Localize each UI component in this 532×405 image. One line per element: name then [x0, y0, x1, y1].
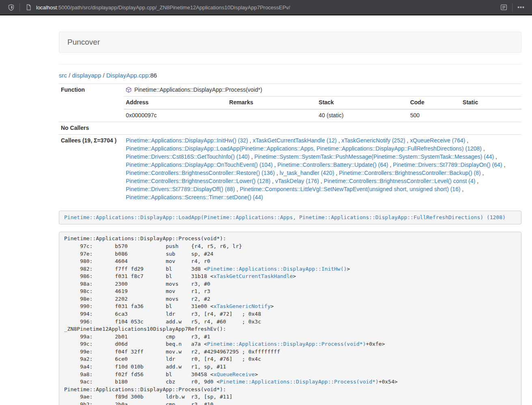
- callee-link[interactable]: Pinetime::Controllers::BrightnessControl…: [126, 178, 270, 184]
- page-icon[interactable]: [23, 2, 34, 13]
- callee-link[interactable]: Pinetime::Drivers::St7789::DisplayOn() (…: [393, 162, 502, 168]
- detail-column-header: Address: [124, 96, 227, 109]
- breadcrumb-separator: /: [101, 72, 106, 79]
- callee-link[interactable]: xTaskGenericNotify (252): [341, 137, 405, 144]
- callee-link[interactable]: Pinetime::Applications::Screens::Timer::…: [126, 194, 263, 200]
- breadcrumb-link[interactable]: src: [59, 72, 67, 79]
- detail-column-header: Remarks: [227, 96, 317, 109]
- assembly-symbol-link[interactable]: Pinetime::Applications::DisplayApp::Proc…: [220, 379, 379, 385]
- detail-value-code: 500: [408, 109, 461, 122]
- function-detail-table: AddressRemarksStackCodeStatic 0x0000097c…: [124, 96, 521, 122]
- callee-link[interactable]: Pinetime::Controllers::BrightnessControl…: [339, 170, 480, 176]
- toolbar-separator: [19, 3, 20, 11]
- reader-view-icon[interactable]: [498, 2, 509, 13]
- no-callers-cell: [124, 122, 521, 134]
- url-bar[interactable]: localhost:5000/path/src/displayapp/Displ…: [36, 4, 498, 11]
- url-host: localhost: [36, 4, 57, 11]
- function-signature: Pinetime::Applications::DisplayApp::Proc…: [124, 84, 521, 96]
- callee-link[interactable]: Pinetime::Components::LittleVgl::SetNewT…: [240, 186, 461, 192]
- callees-label: Callees (19, Σ=3704 ): [59, 134, 124, 203]
- breadcrumb-link[interactable]: displayapp: [72, 72, 101, 79]
- breadcrumb-link[interactable]: DisplayApp.cpp: [106, 72, 149, 79]
- assembly-symbol-link[interactable]: xTaskGetCurrentTaskHandle: [213, 273, 293, 279]
- no-callers-label: No Callers: [59, 122, 124, 134]
- breadcrumb: src / displayapp / DisplayApp.cpp:86: [59, 72, 521, 79]
- callee-link[interactable]: Pinetime::Drivers::Cst816S::GetTouchInfo…: [126, 153, 250, 160]
- assembly-symbol-link[interactable]: Pinetime::Applications::DisplayApp::Proc…: [207, 341, 366, 347]
- detail-value-stack: 40 (static): [317, 109, 408, 122]
- detail-value-address: 0x0000097c: [124, 109, 227, 122]
- callees-cell: Pinetime::Applications::DisplayApp::Init…: [124, 134, 521, 203]
- function-label: Function: [59, 84, 124, 122]
- page-container: Puncover src / displayapp / DisplayApp.c…: [59, 15, 521, 405]
- function-name: Pinetime::Applications::DisplayApp::Proc…: [134, 86, 262, 94]
- detail-value-row: 0x0000097c40 (static)500: [124, 109, 521, 122]
- divider: [59, 64, 521, 65]
- callee-link[interactable]: Pinetime::Applications::DisplayApp::OnTo…: [126, 162, 273, 168]
- callee-link[interactable]: Pinetime::System::SystemTask::PushMessag…: [254, 153, 494, 160]
- function-table: Function Pinetime::Applications::Display…: [59, 84, 521, 204]
- callee-link[interactable]: lv_task_handler (420): [280, 170, 334, 176]
- assembly-symbol-link[interactable]: Pinetime::Applications::DisplayApp::Init…: [207, 266, 347, 272]
- detail-column-header: Code: [408, 96, 461, 109]
- detail-column-header: Static: [461, 96, 521, 109]
- callee-link[interactable]: Pinetime::Applications::DisplayApp::Init…: [126, 137, 248, 144]
- assembly-symbol-link[interactable]: xTaskGenericNotify: [213, 303, 271, 309]
- detail-header-row: AddressRemarksStackCodeStatic: [124, 96, 521, 109]
- detail-value-remarks: [227, 109, 317, 122]
- breadcrumb-line-number: :86: [149, 72, 157, 79]
- menu-dots-icon[interactable]: •••: [516, 2, 526, 13]
- assembly-code: Pinetime::Applications::DisplayApp::Proc…: [59, 232, 521, 405]
- toolbar-separator: [512, 3, 513, 11]
- callees-row: Callees (19, Σ=3704 ) Pinetime::Applicat…: [59, 134, 521, 203]
- callee-link[interactable]: Pinetime::Controllers::Battery::Update()…: [278, 162, 388, 168]
- brand-link[interactable]: Puncover: [67, 38, 100, 46]
- assembly-symbol-link[interactable]: xQueueReceive: [213, 371, 255, 377]
- loadapp-box: Pinetime::Applications::DisplayApp::Load…: [59, 211, 521, 225]
- callee-link[interactable]: Pinetime::Applications::DisplayApp::Load…: [126, 145, 482, 152]
- detail-column-header: Stack: [317, 96, 408, 109]
- navbar: Puncover: [59, 32, 521, 53]
- callee-link[interactable]: vTaskDelay (176): [275, 178, 319, 184]
- callee-link[interactable]: Pinetime::Drivers::St7789::DisplayOff() …: [126, 186, 235, 192]
- callee-link[interactable]: Pinetime::Controllers::BrightnessControl…: [126, 170, 275, 176]
- callee-link[interactable]: xQueueReceive (764): [410, 137, 465, 144]
- url-path: :5000/path/src/displayapp/DisplayApp.cpp…: [57, 4, 290, 11]
- cube-icon: [126, 87, 131, 93]
- loadapp-link[interactable]: Pinetime::Applications::DisplayApp::Load…: [64, 214, 506, 220]
- no-callers-row: No Callers: [59, 122, 521, 134]
- callee-link[interactable]: xTaskGetCurrentTaskHandle (12): [253, 137, 337, 144]
- browser-toolbar: localhost:5000/path/src/displayapp/Displ…: [0, 0, 532, 15]
- callee-link[interactable]: Pinetime::Controllers::BrightnessControl…: [324, 178, 475, 184]
- breadcrumb-separator: /: [67, 72, 72, 79]
- shield-icon[interactable]: [6, 2, 16, 13]
- detail-value-static: [461, 109, 521, 122]
- function-row: Function Pinetime::Applications::Display…: [59, 84, 521, 122]
